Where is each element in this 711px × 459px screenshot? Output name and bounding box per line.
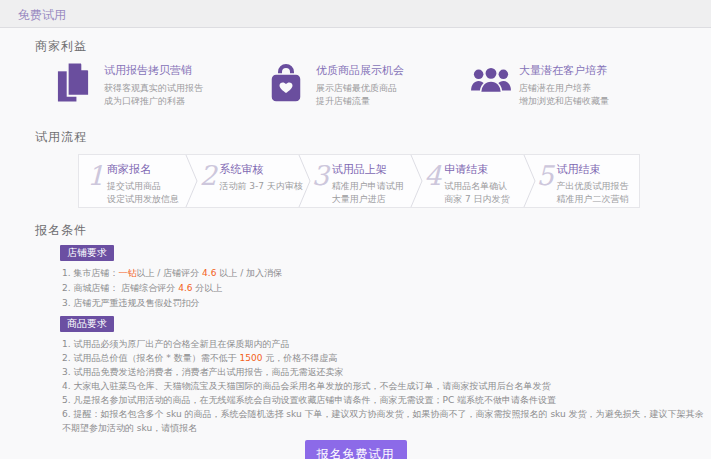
step-title: 试用结束	[557, 162, 641, 177]
step-number: 2	[199, 161, 216, 191]
condition-item: 3. 试用品免费发送给消费者，消费者产出试用报告，商品无需返还卖家	[62, 365, 707, 379]
step-desc: 活动前 3-7 天内审核	[219, 180, 303, 193]
conditions-heading: 报名条件	[35, 222, 711, 239]
benefit-title: 优质商品展示机会	[316, 63, 404, 78]
benefits-heading: 商家利益	[35, 38, 711, 55]
copy-document-icon	[55, 61, 95, 105]
step-title: 系统审核	[219, 162, 303, 177]
product-requirements-list: 1. 试用品必须为原厂出产的合格全新且在保质期内的产品2. 试用品总价值（报名价…	[62, 337, 707, 435]
step-number: 4	[424, 161, 441, 191]
people-group-icon	[470, 61, 510, 105]
condition-item: 2. 商城店铺： 店铺综合评分 4.6 分以上	[62, 281, 707, 296]
step-title: 申请结束	[444, 162, 528, 177]
step-desc: 试用品名单确认商家 7 日内发货	[444, 180, 528, 205]
step-number: 3	[312, 161, 329, 191]
benefit-desc: 店铺潜在用户培养增加浏览和店铺收藏量	[519, 82, 609, 108]
process-step: 4 申请结束 试用品名单确认商家 7 日内发货	[416, 155, 528, 207]
step-number: 1	[87, 161, 104, 191]
process-steps: 1 商家报名 提交试用商品设定试用发放信息 2 系统审核 活动前 3-7 天内审…	[78, 154, 640, 208]
product-requirements-badge: 商品要求	[60, 316, 114, 332]
step-desc: 产出优质试用报告精准用户二次营销	[557, 180, 641, 205]
condition-item: 1. 集市店铺：一钻以上 / 店铺评分 4.6 以上 / 加入消保	[62, 266, 707, 281]
bag-heart-icon	[267, 61, 307, 105]
condition-item: 1. 试用品必须为原厂出产的合格全新且在保质期内的产品	[62, 337, 707, 351]
process-step: 2 系统审核 活动前 3-7 天内审核	[191, 155, 303, 207]
benefit-item: 试用报告拷贝营销 获得客观真实的试用报告成为口碑推广的利器	[55, 61, 267, 109]
page-header: 免费试用	[0, 0, 711, 28]
step-title: 商家报名	[107, 162, 191, 177]
benefit-item: 优质商品展示机会 展示店铺最优质商品提升店铺流量	[267, 61, 470, 109]
condition-item: 6. 提醒：如报名包含多个 sku 的商品，系统会随机选择 sku 下单，建议双…	[62, 407, 707, 435]
step-desc: 提交试用商品设定试用发放信息	[107, 180, 191, 205]
step-title: 试用品上架	[332, 162, 416, 177]
content-panel: 商家利益 试用报告拷贝营销 获得客观真实的试用报告成为口碑推广的利器 优质商品展…	[0, 28, 711, 459]
process-heading: 试用流程	[35, 129, 711, 146]
page-title: 免费试用	[18, 7, 711, 24]
benefit-title: 大量潜在客户培养	[519, 63, 609, 78]
process-step: 3 试用品上架 精准用户申请试用大量用户进店	[304, 155, 416, 207]
condition-item: 5. 凡是报名参加试用活动的商品，在无线端系统会自动设置收藏店铺申请条件，商家无…	[62, 393, 707, 407]
signup-free-trial-button[interactable]: 报名免费试用	[305, 440, 407, 459]
benefit-item: 大量潜在客户培养 店铺潜在用户培养增加浏览和店铺收藏量	[470, 61, 609, 109]
benefit-desc: 展示店铺最优质商品提升店铺流量	[316, 82, 404, 108]
process-step: 1 商家报名 提交试用商品设定试用发放信息	[79, 155, 191, 207]
shop-requirements-list: 1. 集市店铺：一钻以上 / 店铺评分 4.6 以上 / 加入消保2. 商城店铺…	[62, 266, 707, 311]
process-step: 5 试用结束 产出优质试用报告精准用户二次营销	[529, 155, 641, 207]
benefit-title: 试用报告拷贝营销	[104, 63, 203, 78]
condition-item: 4. 大家电入驻菜鸟仓库、天猫物流宝及天猫国际的商品会采用名单发放的形式，不会生…	[62, 379, 707, 393]
shop-requirements-badge: 店铺要求	[60, 245, 114, 261]
condition-item: 3. 店铺无严重违规及售假处罚扣分	[62, 296, 707, 311]
step-number: 5	[537, 161, 554, 191]
step-desc: 精准用户申请试用大量用户进店	[332, 180, 416, 205]
benefits-row: 试用报告拷贝营销 获得客观真实的试用报告成为口碑推广的利器 优质商品展示机会 展…	[0, 61, 711, 109]
condition-item: 2. 试用品总价值（报名价 * 数量）需不低于 1500 元，价格不得虚高	[62, 351, 707, 365]
benefit-desc: 获得客观真实的试用报告成为口碑推广的利器	[104, 82, 203, 108]
